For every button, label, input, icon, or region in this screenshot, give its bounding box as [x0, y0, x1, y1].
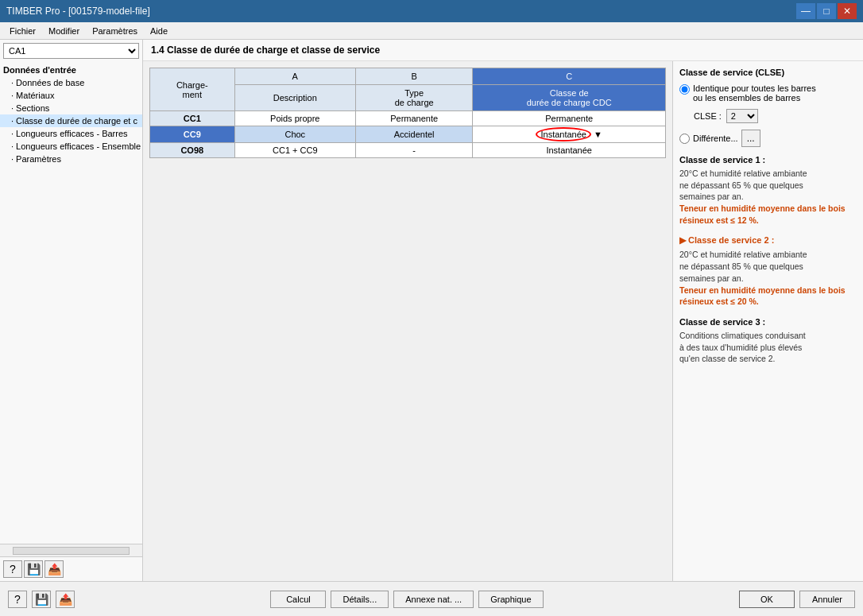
radio-group-identical: Identique pour toutes les barresou les e…: [679, 83, 857, 103]
scroll-track[interactable]: [13, 547, 130, 555]
bottom-export-btn[interactable]: 📤: [56, 591, 75, 608]
row-id-cc9: CC9: [150, 126, 235, 143]
radio-diff-row: Différente... ...: [679, 130, 857, 147]
col-subheader-classe: Classe dedurée de charge CDC: [473, 85, 666, 111]
service-class-3-title: Classe de service 3 :: [679, 317, 857, 327]
menu-aide[interactable]: Aide: [144, 25, 174, 37]
help-icon-btn[interactable]: ?: [3, 560, 22, 578]
row-type-cc9: Accidentel: [355, 126, 472, 143]
details-button[interactable]: Détails...: [331, 591, 389, 608]
title-bar: TIMBER Pro - [001579-model-file] — □ ✕: [0, 0, 863, 22]
service-class-2-desc: 20°C et humidité relative ambiante ne dé…: [679, 249, 857, 307]
table-row: CO98 CC1 + CC9 - Instantanée: [150, 143, 666, 158]
row-desc-cc1: Poids propre: [234, 111, 355, 126]
sidebar-item-donnees-entree[interactable]: Données d'entrée: [0, 64, 142, 76]
service-class-1-desc: 20°C et humidité relative ambiante ne dé…: [679, 168, 857, 226]
service-class-1-block: Classe de service 1 : 20°C et humidité r…: [679, 155, 857, 226]
calcul-button[interactable]: Calcul: [270, 591, 326, 608]
bottom-bar: ? 💾 📤 Calcul Détails... Annexe nat. ... …: [0, 581, 863, 616]
row-classe-cc1: Permanente: [473, 111, 666, 126]
table-row: CC1 Poids propre Permanente Permanente: [150, 111, 666, 126]
diff-btn[interactable]: ...: [741, 130, 760, 147]
annuler-button[interactable]: Annuler: [799, 591, 855, 608]
col-header-charge: Charge-ment: [150, 68, 235, 111]
service-class-2-block: ▶ Classe de service 2 : 20°C et humidité…: [679, 235, 857, 307]
radio-identical[interactable]: [679, 84, 690, 95]
row-id-co98: CO98: [150, 143, 235, 158]
radio-different-label: Différente...: [693, 134, 738, 143]
table-row-selected: CC9 Choc Accidentel Instantanée Instanta…: [150, 126, 666, 143]
sidebar-item-donnees-base[interactable]: · Données de base: [0, 76, 142, 89]
menu-parametres[interactable]: Paramètres: [86, 25, 144, 37]
sidebar-item-materiaux[interactable]: · Matériaux: [0, 89, 142, 102]
bottom-center-buttons: Calcul Détails... Annexe nat. ... Graphi…: [270, 591, 543, 608]
content-area: CA1 Données d'entrée · Données de base ·…: [0, 40, 863, 581]
bottom-save-btn[interactable]: 💾: [32, 591, 51, 608]
right-panel-title: Classe de service (CLSE): [679, 68, 857, 77]
row-desc-co98: CC1 + CC9: [234, 143, 355, 158]
panel-content: Charge-ment A B C Description Typede cha…: [143, 61, 863, 581]
data-table: Charge-ment A B C Description Typede cha…: [149, 68, 666, 158]
minimize-button[interactable]: —: [796, 3, 815, 19]
sidebar-item-longueurs-ensembles[interactable]: · Longueurs efficaces - Ensemble: [0, 140, 142, 153]
close-button[interactable]: ✕: [838, 3, 857, 19]
sidebar-tree: Données d'entrée · Données de base · Mat…: [0, 62, 142, 544]
clse-label: CLSE :: [694, 111, 722, 121]
service-class-1-highlight: Teneur en humidité moyenne dans le boisr…: [679, 203, 846, 225]
sidebar-item-parametres[interactable]: · Paramètres: [0, 153, 142, 165]
row-classe-cc9[interactable]: Instantanée Instantanée Permanente Long …: [473, 126, 666, 143]
radio-row-identical: Identique pour toutes les barresou les e…: [679, 83, 857, 103]
sidebar-scrollbar[interactable]: [0, 544, 142, 556]
sidebar-item-classe-duree[interactable]: · Classe de durée de charge et c: [0, 114, 142, 127]
row-type-cc1: Permanente: [355, 111, 472, 126]
maximize-button[interactable]: □: [817, 3, 836, 19]
row-type-co98: -: [355, 143, 472, 158]
col-subheader-type: Typede charge: [355, 85, 472, 111]
clse-select[interactable]: 1 2 3: [726, 109, 758, 123]
sidebar-item-longueurs-barres[interactable]: · Longueurs efficaces - Barres: [0, 127, 142, 140]
service-class-2-title: ▶ Classe de service 2 :: [679, 235, 857, 246]
bottom-left-icons: ? 💾 📤: [8, 591, 75, 608]
clse-row: CLSE : 1 2 3: [694, 109, 857, 123]
menu-fichier[interactable]: Fichier: [3, 25, 42, 37]
annexe-button[interactable]: Annexe nat. ...: [393, 591, 474, 608]
menu-bar: Fichier Modifier Paramètres Aide: [0, 22, 863, 40]
main-layout: CA1 Données d'entrée · Données de base ·…: [0, 40, 863, 616]
window-controls: — □ ✕: [796, 3, 857, 19]
service-class-2-highlight: Teneur en humidité moyenne dans le boisr…: [679, 285, 846, 307]
col-header-a: A: [234, 68, 355, 85]
col-subheader-description: Description: [234, 85, 355, 111]
row-desc-cc9: Choc: [234, 126, 355, 143]
ca-selector[interactable]: CA1: [3, 43, 139, 59]
export-icon-btn[interactable]: 📤: [45, 560, 64, 578]
graphique-button[interactable]: Graphique: [478, 591, 543, 608]
table-area: Charge-ment A B C Description Typede cha…: [143, 61, 672, 581]
window-title: TIMBER Pro - [001579-model-file]: [6, 6, 150, 17]
bottom-help-btn[interactable]: ?: [8, 591, 27, 608]
sidebar-bottom-icons: ? 💾 📤: [0, 556, 142, 581]
right-panel: Classe de service (CLSE) Identique pour …: [672, 61, 863, 581]
col-header-b: B: [355, 68, 472, 85]
service-class-3-block: Classe de service 3 : Conditions climati…: [679, 317, 857, 365]
row-classe-co98: Instantanée: [473, 143, 666, 158]
service-class-3-desc: Conditions climatiques conduisant à des …: [679, 330, 857, 365]
panel-header: 1.4 Classe de durée de charge et classe …: [143, 40, 863, 61]
row-id-cc1: CC1: [150, 111, 235, 126]
col-header-c: C: [473, 68, 666, 85]
sidebar: CA1 Données d'entrée · Données de base ·…: [0, 40, 143, 581]
dropdown-cell-cc9[interactable]: Instantanée Instantanée Permanente Long …: [476, 127, 662, 141]
radio-different[interactable]: [679, 134, 690, 144]
radio-identical-label: Identique pour toutes les barresou les e…: [693, 83, 816, 103]
sidebar-item-sections[interactable]: · Sections: [0, 102, 142, 114]
ok-button[interactable]: OK: [739, 591, 795, 608]
service-class-1-title: Classe de service 1 :: [679, 155, 857, 165]
bottom-right-buttons: OK Annuler: [739, 591, 855, 608]
menu-modifier[interactable]: Modifier: [42, 25, 86, 37]
sidebar-dropdown-area: CA1: [3, 43, 139, 59]
main-panel: 1.4 Classe de durée de charge et classe …: [143, 40, 863, 581]
save-icon-btn[interactable]: 💾: [24, 560, 43, 578]
